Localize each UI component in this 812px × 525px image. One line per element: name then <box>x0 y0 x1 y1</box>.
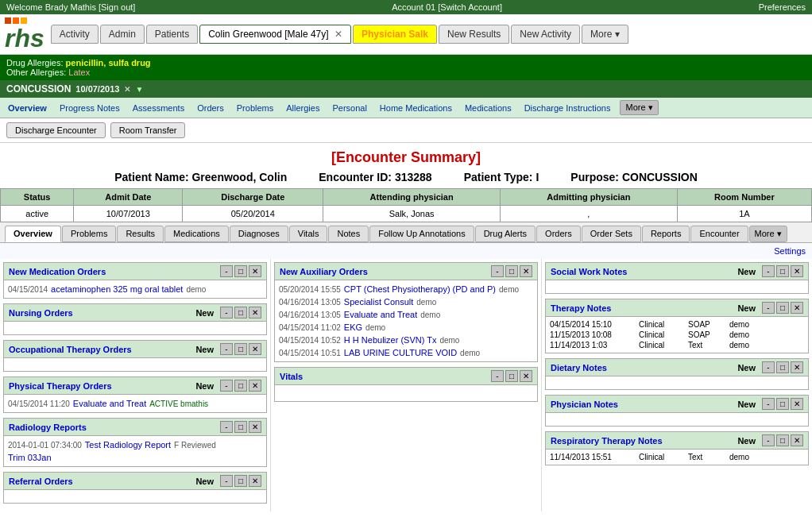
widget-close-btn-aux[interactable]: ✕ <box>520 265 532 277</box>
sub-nav-overview[interactable]: Overview <box>5 102 50 114</box>
tab-new-activity[interactable]: New Activity <box>511 25 580 44</box>
widget-title-nursing-orders[interactable]: Nursing Orders <box>9 308 73 318</box>
widget-title-vitals[interactable]: Vitals <box>280 372 303 381</box>
widget-close-btn-diet[interactable]: ✕ <box>791 361 803 373</box>
content-tab-vitals[interactable]: Vitals <box>289 226 328 242</box>
content-tab-follow-up[interactable]: Follow Up Annotations <box>369 226 474 242</box>
widget-close-btn[interactable]: ✕ <box>249 265 261 277</box>
sub-nav-progress-notes[interactable]: Progress Notes <box>56 102 123 114</box>
content-tab-notes[interactable]: Notes <box>328 226 369 242</box>
close-encounter[interactable]: ✕ <box>124 85 130 94</box>
widget-title-occupational[interactable]: Occupational Therapy Orders <box>9 345 132 354</box>
widget-max-btn-pn[interactable]: □ <box>776 398 789 410</box>
sub-nav-orders[interactable]: Orders <box>194 102 227 114</box>
sub-nav-assessments[interactable]: Assessments <box>130 102 188 114</box>
widget-close-btn-rad[interactable]: ✕ <box>249 421 261 433</box>
settings-link[interactable]: Settings <box>774 246 806 256</box>
widget-min-btn-phys[interactable]: - <box>220 380 233 392</box>
aux-link-evaluate[interactable]: Evaluate and Treat <box>344 310 417 319</box>
content-tab-drug-alerts[interactable]: Drug Alerts <box>475 226 536 242</box>
widget-title-referral[interactable]: Referral Orders <box>9 477 73 486</box>
widget-title-physical[interactable]: Physical Therapy Orders <box>9 381 112 391</box>
widget-min-btn-occ[interactable]: - <box>220 343 233 355</box>
sub-nav-more[interactable]: More ▾ <box>620 100 658 115</box>
widget-close-btn-resp[interactable]: ✕ <box>791 434 803 446</box>
widget-min-btn-rad[interactable]: - <box>220 421 233 433</box>
content-tab-reports[interactable]: Reports <box>642 226 690 242</box>
tab-patient-colin[interactable]: Colin Greenwood [Male 47y] ✕ <box>199 25 351 44</box>
widget-max-btn-resp[interactable]: □ <box>776 434 789 446</box>
radiology-link-trim[interactable]: Trim 03Jan <box>8 453 52 462</box>
sub-nav-problems[interactable]: Problems <box>234 102 276 114</box>
widget-max-btn-occ[interactable]: □ <box>234 343 247 355</box>
widget-min-btn-resp[interactable]: - <box>762 434 775 446</box>
widget-max-btn-rad[interactable]: □ <box>234 421 247 433</box>
widget-title-social-work[interactable]: Social Work Notes <box>551 267 627 276</box>
widget-max-btn-sw[interactable]: □ <box>776 265 789 277</box>
room-transfer-button[interactable]: Room Transfer <box>110 122 186 138</box>
widget-close-btn-th[interactable]: ✕ <box>791 302 803 314</box>
widget-min-btn[interactable]: - <box>220 265 233 277</box>
widget-title-therapy[interactable]: Therapy Notes <box>551 303 611 313</box>
widget-close-btn-nursing[interactable]: ✕ <box>249 307 261 318</box>
widget-max-btn-nursing[interactable]: □ <box>234 307 247 318</box>
widget-title-auxiliary[interactable]: New Auxiliary Orders <box>280 267 368 276</box>
widget-min-btn-ref[interactable]: - <box>220 475 233 487</box>
widget-min-btn-sw[interactable]: - <box>762 265 775 277</box>
aux-link-urine[interactable]: LAB URINE CULTURE VOID <box>344 348 457 357</box>
widget-close-btn-vitals[interactable]: ✕ <box>520 370 532 382</box>
sub-nav-allergies[interactable]: Allergies <box>283 102 323 114</box>
aux-link-nebulizer[interactable]: H H Nebulizer (SVN) Tx <box>344 335 437 345</box>
content-tab-medications[interactable]: Medications <box>164 226 229 242</box>
aux-link-ekg[interactable]: EKG <box>344 322 362 332</box>
widget-min-btn-aux[interactable]: - <box>491 265 504 277</box>
tab-patients[interactable]: Patients <box>146 25 198 44</box>
content-tab-orders[interactable]: Orders <box>536 226 581 242</box>
radiology-link-test[interactable]: Test Radiology Report <box>85 440 171 450</box>
widget-min-btn-pn[interactable]: - <box>762 398 775 410</box>
therapy-link-soap-2[interactable]: SOAP <box>688 330 728 339</box>
widget-min-btn-diet[interactable]: - <box>762 361 775 373</box>
widget-max-btn-aux[interactable]: □ <box>505 265 518 277</box>
therapy-link-text-1[interactable]: Text <box>688 341 728 349</box>
widget-title-new-medication-orders[interactable]: New Medication Orders <box>9 267 106 276</box>
widget-min-btn-vitals[interactable]: - <box>491 370 504 382</box>
respiratory-link-text[interactable]: Text <box>688 453 728 461</box>
sub-nav-medications[interactable]: Medications <box>462 102 515 114</box>
content-tab-diagnoses[interactable]: Diagnoses <box>230 226 288 242</box>
physical-link-evaluate[interactable]: Evaluate and Treat <box>73 399 146 408</box>
widget-max-btn[interactable]: □ <box>234 265 247 277</box>
discharge-encounter-button[interactable]: Discharge Encounter <box>6 122 106 138</box>
widget-close-btn-occ[interactable]: ✕ <box>249 343 261 355</box>
content-tab-overview[interactable]: Overview <box>5 226 61 242</box>
widget-max-btn-ref[interactable]: □ <box>234 475 247 487</box>
content-tab-problems[interactable]: Problems <box>62 226 116 242</box>
widget-title-respiratory[interactable]: Respiratory Therapy Notes <box>551 436 663 446</box>
widget-close-btn-pn[interactable]: ✕ <box>791 398 803 410</box>
tab-activity[interactable]: Activity <box>51 25 99 44</box>
content-tab-order-sets[interactable]: Order Sets <box>582 226 641 242</box>
medication-link-acetaminophen[interactable]: acetaminophen 325 mg oral tablet <box>51 284 183 294</box>
tab-admin[interactable]: Admin <box>100 25 145 44</box>
widget-close-btn-sw[interactable]: ✕ <box>791 265 803 277</box>
close-patient-tab[interactable]: ✕ <box>334 29 342 40</box>
widget-title-radiology[interactable]: Radiology Reports <box>9 423 87 432</box>
sub-nav-home-medications[interactable]: Home Medications <box>377 102 455 114</box>
aux-link-cpt[interactable]: CPT (Chest Physiotherapy) (PD and P) <box>344 284 496 294</box>
sub-nav-discharge[interactable]: Discharge Instructions <box>521 102 614 114</box>
widget-close-btn-phys[interactable]: ✕ <box>249 380 261 392</box>
widget-max-btn-phys[interactable]: □ <box>234 380 247 392</box>
widget-title-physician-notes[interactable]: Physician Notes <box>551 400 618 409</box>
preferences-text[interactable]: Preferences <box>759 2 806 12</box>
content-tab-encounter[interactable]: Encounter <box>690 226 748 242</box>
widget-max-btn-diet[interactable]: □ <box>776 361 789 373</box>
widget-max-btn-vitals[interactable]: □ <box>505 370 518 382</box>
widget-close-btn-ref[interactable]: ✕ <box>249 475 261 487</box>
content-tab-more[interactable]: More ▾ <box>749 226 787 242</box>
aux-link-specialist[interactable]: Specialist Consult <box>344 297 413 307</box>
tab-new-results[interactable]: New Results <box>439 25 509 44</box>
widget-title-dietary[interactable]: Dietary Notes <box>551 363 607 373</box>
content-tab-results[interactable]: Results <box>117 226 164 242</box>
widget-min-btn-nursing[interactable]: - <box>220 307 233 318</box>
widget-min-btn-th[interactable]: - <box>762 302 775 314</box>
